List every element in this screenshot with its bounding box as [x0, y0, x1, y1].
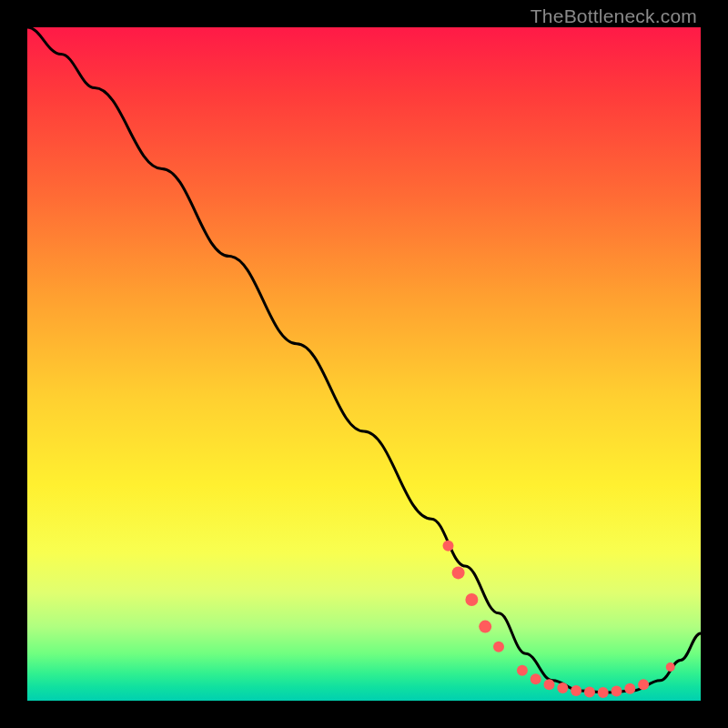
data-marker: [544, 679, 555, 690]
bottleneck-curve: [27, 27, 701, 693]
data-marker: [452, 566, 465, 579]
data-marker: [517, 665, 528, 676]
data-marker: [557, 682, 568, 693]
data-marker: [638, 679, 649, 690]
watermark-text: TheBottleneck.com: [531, 5, 697, 27]
data-marker: [666, 662, 675, 672]
data-marker: [465, 593, 478, 606]
marker-group: [443, 541, 675, 698]
data-marker: [598, 687, 609, 698]
data-marker: [479, 621, 491, 633]
data-marker: [443, 541, 454, 551]
plot-area: [27, 27, 701, 701]
data-marker: [571, 685, 581, 696]
data-marker: [493, 642, 504, 652]
data-marker: [531, 673, 541, 684]
data-marker: [612, 686, 622, 697]
data-marker: [624, 683, 635, 694]
chart-container: TheBottleneck.com: [0, 0, 728, 728]
chart-svg: [27, 27, 701, 701]
data-marker: [584, 686, 595, 697]
